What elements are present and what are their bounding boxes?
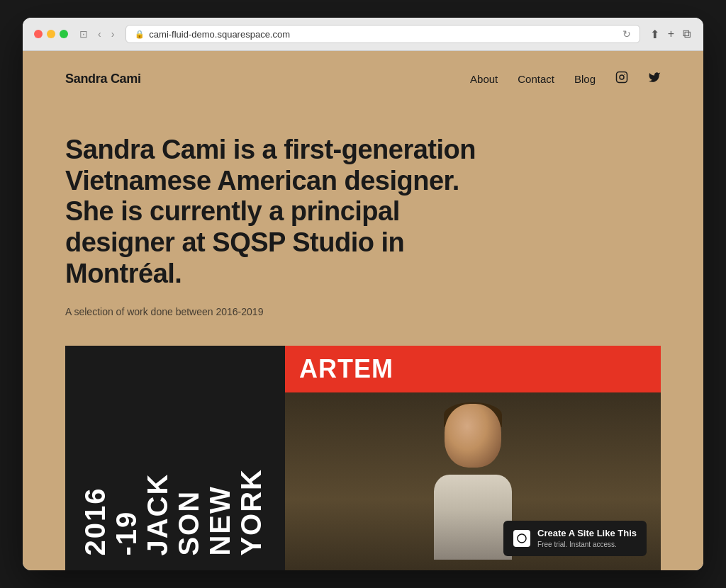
nav-link-about[interactable]: About [470, 73, 498, 85]
badge-sub-text: Free trial. Instant access. [537, 540, 637, 549]
site-logo[interactable]: Sandra Cami [65, 72, 141, 86]
site-header: Sandra Cami About Contact Blog [23, 51, 703, 106]
svg-rect-0 [617, 72, 627, 83]
portfolio-rotated-text: 2016 -19 JACK SON NEW YORK [79, 468, 267, 556]
lock-icon: 🔒 [135, 30, 145, 39]
squarespace-badge[interactable]: Create A Site Like This Free trial. Inst… [503, 521, 647, 556]
website-content: Sandra Cami About Contact Blog [23, 51, 703, 570]
svg-point-1 [620, 75, 624, 79]
refresh-icon[interactable]: ↻ [622, 28, 631, 40]
badge-main-text: Create A Site Like This [537, 528, 637, 540]
hero-subtitle: A selection of work done between 2016-20… [65, 306, 661, 317]
artem-header: ARTEM [285, 346, 661, 392]
squarespace-logo-icon [513, 530, 530, 547]
nav-link-blog[interactable]: Blog [574, 73, 596, 85]
portrait-body [434, 475, 512, 560]
portfolio-left-panel[interactable]: 2016 -19 JACK SON NEW YORK [65, 346, 285, 570]
portrait-head [445, 404, 501, 468]
hero-heading: Sandra Cami is a first-generation Vietna… [65, 135, 476, 289]
address-bar[interactable]: 🔒 cami-fluid-demo.squarespace.com ↻ [125, 25, 640, 43]
duplicate-button[interactable]: ⧉ [681, 26, 692, 42]
browser-window: ⊡ ‹ › 🔒 cami-fluid-demo.squarespace.com … [23, 18, 703, 570]
nav-link-contact[interactable]: Contact [518, 73, 554, 85]
close-button[interactable] [34, 30, 43, 38]
share-button[interactable]: ⬆ [649, 26, 661, 43]
traffic-lights [34, 30, 68, 38]
minimize-button[interactable] [47, 30, 55, 38]
forward-button[interactable]: › [108, 27, 118, 41]
browser-chrome: ⊡ ‹ › 🔒 cami-fluid-demo.squarespace.com … [23, 18, 703, 51]
instagram-icon[interactable] [615, 71, 628, 86]
browser-controls: ⊡ ‹ › [77, 27, 117, 41]
site-nav: About Contact Blog [470, 71, 661, 86]
portfolio-strip: 2016 -19 JACK SON NEW YORK ARTEM [65, 346, 661, 570]
badge-text-block: Create A Site Like This Free trial. Inst… [537, 528, 637, 549]
back-button[interactable]: ‹ [95, 27, 104, 41]
twitter-icon[interactable] [648, 71, 661, 86]
svg-point-2 [624, 74, 625, 75]
artem-title: ARTEM [299, 354, 393, 384]
site-main: Sandra Cami is a first-generation Vietna… [23, 106, 703, 570]
window-toggle-button[interactable]: ⊡ [77, 27, 91, 41]
maximize-button[interactable] [60, 30, 68, 38]
url-text: cami-fluid-demo.squarespace.com [149, 29, 290, 40]
new-tab-button[interactable]: + [666, 26, 676, 42]
browser-actions: ⬆ + ⧉ [649, 26, 692, 43]
